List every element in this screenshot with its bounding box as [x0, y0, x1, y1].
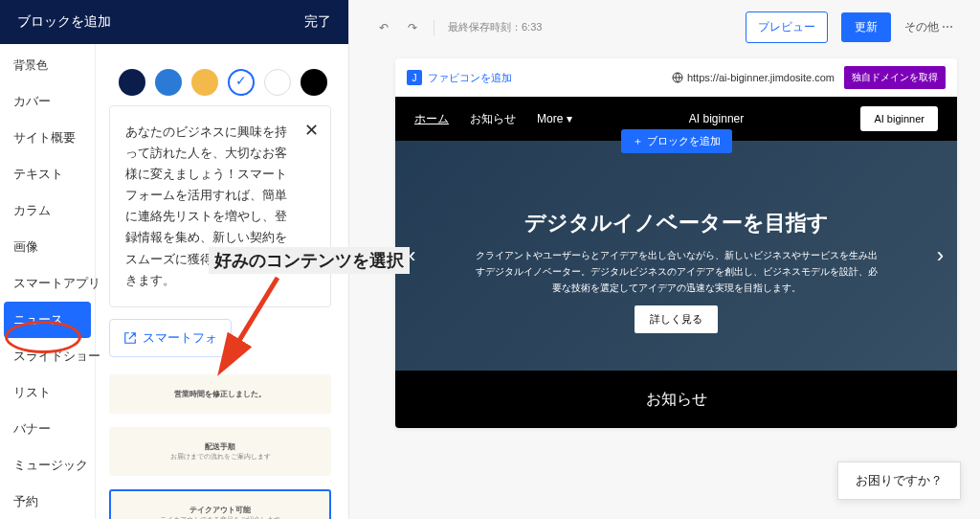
- address-bar: J ファビコンを追加 https://ai-biginner.jimdosite…: [395, 58, 957, 97]
- favicon-icon: J: [407, 70, 422, 85]
- color-swatch[interactable]: [119, 69, 145, 96]
- undo-icon[interactable]: ↶: [376, 20, 391, 35]
- template-card[interactable]: 配送手順お届けまでの流れをご案内します: [109, 427, 331, 476]
- category-item[interactable]: バナー: [0, 411, 95, 447]
- site-url[interactable]: https://ai-biginner.jimdosite.com: [672, 72, 835, 83]
- panel-title: ブロックを追加: [17, 13, 111, 31]
- smartform-label: スマートフォ: [143, 329, 217, 347]
- category-item[interactable]: ミュージック: [0, 447, 95, 484]
- annotation-arrow: [211, 268, 297, 383]
- template-card[interactable]: テイクアウト可能テイクアウトできる商品をご紹介します詳しく見る: [109, 489, 331, 519]
- color-swatch[interactable]: [264, 69, 291, 96]
- color-swatch[interactable]: [301, 69, 327, 96]
- category-item[interactable]: 画像: [0, 229, 95, 265]
- category-item[interactable]: 予約: [0, 484, 95, 519]
- top-toolbar: ↶ ↷ 最終保存時刻：6:33 プレビュー 更新 その他 ⋯: [349, 0, 980, 55]
- category-item[interactable]: テキスト: [0, 156, 95, 192]
- bg-color-label: 背景色: [0, 57, 95, 83]
- color-swatch[interactable]: [191, 69, 218, 96]
- favicon-button[interactable]: J ファビコンを追加: [407, 70, 512, 85]
- color-swatch[interactable]: [155, 69, 182, 96]
- done-button[interactable]: 完了: [304, 13, 331, 31]
- globe-icon: [672, 72, 683, 83]
- nav-more[interactable]: More ▾: [537, 112, 572, 125]
- category-item[interactable]: リスト: [0, 374, 95, 411]
- nav-home[interactable]: ホーム: [414, 111, 449, 127]
- nav-cta-button[interactable]: AI biginner: [860, 106, 938, 131]
- category-item[interactable]: カラム: [0, 192, 95, 229]
- panel-header: ブロックを追加 完了: [0, 0, 348, 44]
- preview-button[interactable]: プレビュー: [746, 11, 828, 43]
- help-button[interactable]: お困りですか？: [837, 462, 961, 500]
- nav-news[interactable]: お知らせ: [470, 111, 516, 127]
- external-link-icon: [123, 331, 137, 345]
- site-footer: お知らせ: [395, 371, 957, 428]
- carousel-prev-icon[interactable]: ‹: [409, 243, 415, 268]
- last-saved-label: 最終保存時刻：6:33: [448, 20, 542, 34]
- site-preview: J ファビコンを追加 https://ai-biginner.jimdosite…: [395, 58, 957, 428]
- update-button[interactable]: 更新: [841, 12, 891, 42]
- carousel-next-icon[interactable]: ›: [937, 243, 944, 268]
- category-item[interactable]: ニュース: [4, 302, 91, 338]
- category-item[interactable]: スマートアプリ: [0, 265, 95, 302]
- redo-icon[interactable]: ↷: [405, 20, 420, 35]
- category-item[interactable]: スライドショー: [0, 338, 95, 374]
- hero-title: デジタルイノベーターを目指す: [524, 209, 829, 237]
- color-swatches: [109, 56, 331, 105]
- hero-section: ‹ › デジタルイノベーターを目指す クライアントやユーザーらとアイデアを出し合…: [395, 141, 957, 371]
- hero-detail-button[interactable]: 詳しく見る: [635, 305, 718, 333]
- add-block-button[interactable]: ＋ ブロックを追加: [621, 129, 732, 153]
- category-item[interactable]: サイト概要: [0, 120, 95, 156]
- more-menu[interactable]: その他 ⋯: [904, 19, 953, 35]
- svg-line-1: [225, 278, 278, 364]
- hero-body: クライアントやユーザーらとアイデアを出し合いながら、新しいビジネスやサービスを生…: [476, 247, 878, 296]
- annotation-label: 好みのコンテンツを選択: [209, 247, 410, 274]
- nav-brand: AI biginner: [689, 112, 744, 125]
- close-icon[interactable]: ✕: [304, 116, 319, 146]
- domain-button[interactable]: 独自ドメインを取得: [844, 66, 946, 89]
- plus-icon: ＋: [633, 134, 643, 148]
- category-item[interactable]: カバー: [0, 83, 95, 120]
- color-swatch[interactable]: [228, 69, 255, 96]
